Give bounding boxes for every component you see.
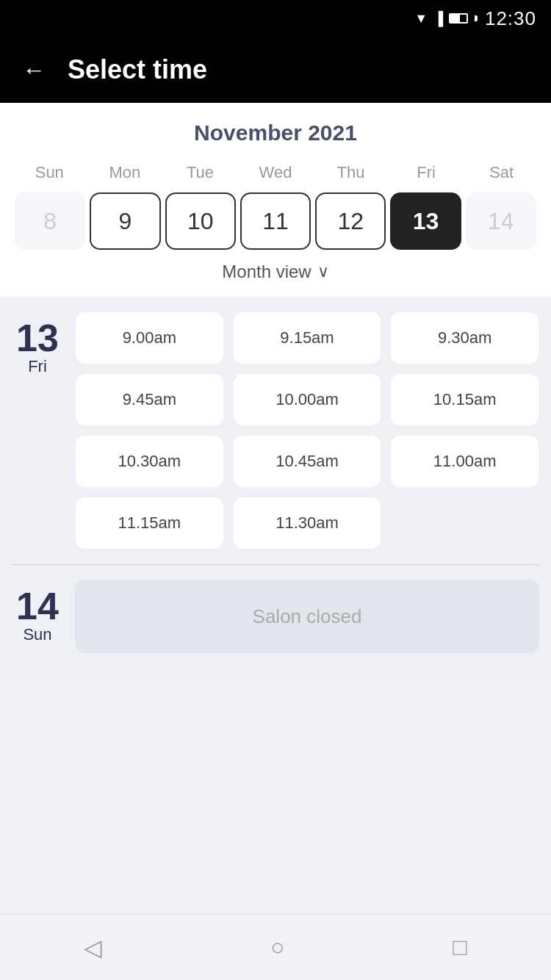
page-title: Select time xyxy=(68,54,207,85)
month-view-toggle[interactable]: Month view ∨ xyxy=(12,250,539,288)
day-number-13: 13 xyxy=(16,319,59,357)
status-icons: ▼ ▐ xyxy=(414,11,478,26)
nav-bar: ◁ ○ □ xyxy=(0,914,551,980)
time-slot-1030[interactable]: 10.30am xyxy=(75,435,224,488)
calendar-section: November 2021 Sun Mon Tue Wed Thu Fri Sa… xyxy=(0,103,551,297)
time-slot-1100[interactable]: 11.00am xyxy=(390,435,539,488)
time-slot-1115[interactable]: 11.15am xyxy=(75,497,224,550)
day-name-13: Fri xyxy=(28,357,47,376)
weekdays-row: Sun Mon Tue Wed Thu Fri Sat xyxy=(12,160,539,185)
battery-tip xyxy=(475,15,478,21)
day-label-14: 14 Sun xyxy=(12,580,63,653)
timeslots-section: 13 Fri 9.00am 9.15am 9.30am 9.45am 10.00… xyxy=(0,297,551,682)
day-section-13: 13 Fri 9.00am 9.15am 9.30am 9.45am 10.00… xyxy=(12,311,539,550)
nav-back-button[interactable]: ◁ xyxy=(84,934,102,962)
time-slot-1000[interactable]: 10.00am xyxy=(233,373,382,426)
weekday-tue: Tue xyxy=(162,160,238,185)
section-divider xyxy=(12,564,539,565)
day-number-14: 14 xyxy=(16,587,59,625)
date-11[interactable]: 11 xyxy=(240,192,311,250)
date-12[interactable]: 12 xyxy=(315,192,386,250)
month-year-label: November 2021 xyxy=(12,120,539,145)
salon-closed-label: Salon closed xyxy=(253,605,362,628)
chevron-down-icon: ∨ xyxy=(317,262,329,281)
weekday-mon: Mon xyxy=(87,160,163,185)
back-button[interactable]: ← xyxy=(22,57,46,84)
day-label-13: 13 Fri xyxy=(12,311,63,550)
nav-home-button[interactable]: ○ xyxy=(270,934,284,961)
weekday-wed: Wed xyxy=(238,160,314,185)
date-13[interactable]: 13 xyxy=(390,192,461,250)
salon-closed-box: Salon closed xyxy=(75,580,539,653)
wifi-icon: ▼ xyxy=(414,11,428,26)
nav-recent-button[interactable]: □ xyxy=(453,934,467,961)
time-slot-930[interactable]: 9.30am xyxy=(390,311,539,364)
weekday-thu: Thu xyxy=(313,160,389,185)
battery-icon xyxy=(449,13,468,24)
day-name-14: Sun xyxy=(23,625,51,644)
time-slot-1045[interactable]: 10.45am xyxy=(233,435,382,488)
status-bar: ▼ ▐ 12:30 xyxy=(0,0,551,37)
time-slot-900[interactable]: 9.00am xyxy=(75,311,224,364)
date-8[interactable]: 8 xyxy=(15,192,85,250)
weekday-sat: Sat xyxy=(464,160,539,185)
time-slot-945[interactable]: 9.45am xyxy=(75,373,224,426)
weekday-sun: Sun xyxy=(12,160,87,185)
signal-icon: ▐ xyxy=(433,11,443,26)
time-slot-915[interactable]: 9.15am xyxy=(233,311,382,364)
time-grid-13: 9.00am 9.15am 9.30am 9.45am 10.00am 10.1… xyxy=(75,311,539,550)
month-view-label: Month view xyxy=(222,262,311,282)
date-14[interactable]: 14 xyxy=(466,192,536,250)
weekday-fri: Fri xyxy=(389,160,464,185)
time-slot-1015[interactable]: 10.15am xyxy=(390,373,539,426)
date-10[interactable]: 10 xyxy=(165,192,236,250)
day-section-14: 14 Sun Salon closed xyxy=(12,580,539,653)
time-slot-1130[interactable]: 11.30am xyxy=(233,497,382,550)
status-time: 12:30 xyxy=(485,7,536,30)
header: ← Select time xyxy=(0,37,551,103)
date-9[interactable]: 9 xyxy=(90,192,160,250)
dates-row: 8 9 10 11 12 13 14 xyxy=(12,192,539,250)
